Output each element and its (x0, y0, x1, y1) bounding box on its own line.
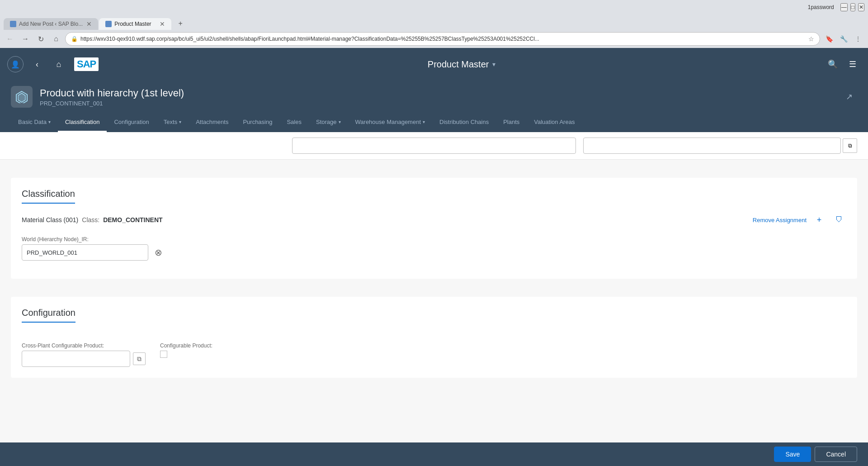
tab-valuation-areas[interactable]: Valuation Areas (527, 113, 582, 132)
tab-classification[interactable]: Classification (58, 113, 107, 132)
shell-menu-button[interactable]: ☰ (844, 56, 861, 72)
shell-search-button[interactable]: 🔍 (825, 56, 841, 72)
world-field-label: World (Hierarchy Node)_IR: (22, 236, 846, 243)
configurable-product-input-group (160, 351, 212, 358)
search-icon: 🔍 (828, 59, 838, 69)
cross-plant-input[interactable] (22, 351, 130, 367)
tab-add-new-post[interactable]: Add New Post ‹ SAP Blo... ✕ (4, 18, 98, 30)
cross-plant-expand-button[interactable]: ⧉ (133, 352, 146, 365)
share-icon: ↗ (846, 92, 853, 102)
tab-configuration-label: Configuration (114, 119, 149, 125)
configurable-product-label: Configurable Product: (160, 342, 212, 349)
extension-btn-1[interactable]: 🔖 (823, 33, 835, 45)
tab-title-1: Add New Post ‹ SAP Blo... (19, 21, 83, 27)
tab-storage-chevron-icon: ▾ (339, 119, 341, 124)
tab-plants[interactable]: Plants (496, 113, 527, 132)
top-input-right[interactable] (583, 138, 841, 154)
tab-favicon-1 (10, 21, 16, 27)
password-manager-icon[interactable]: 1password (808, 4, 834, 10)
extension-btn-2[interactable]: 🔧 (837, 33, 850, 45)
filter-button[interactable]: ⛉ (832, 213, 846, 227)
spacer-1 (0, 160, 868, 171)
classification-right: Remove Assignment + ⛉ (753, 213, 846, 227)
sap-shell-header: 👤 ‹ ⌂ SAP Product Master ▾ 🔍 ☰ (0, 48, 868, 81)
navigation-tabs: Basic Data ▾ Classification Configuratio… (0, 113, 868, 132)
tab-basic-data-label: Basic Data (18, 119, 47, 125)
app-title-chevron-icon: ▾ (492, 61, 495, 68)
new-tab-button[interactable]: + (174, 17, 187, 30)
app-title-text: Product Master (428, 59, 489, 70)
browser-addressbar: ← → ↻ ⌂ 🔒 https://wxv310-qex910.wdf.sap.… (0, 30, 868, 48)
app-title-button[interactable]: Product Master ▾ (428, 59, 496, 70)
world-field-input-group: ⊗ (22, 244, 846, 261)
configurable-product-field: Configurable Product: (160, 342, 212, 367)
configurable-product-checkbox[interactable] (160, 351, 167, 358)
close-window-button[interactable]: ✕ (858, 3, 864, 11)
refresh-button[interactable]: ↻ (34, 33, 47, 45)
browser-tabs: Add New Post ‹ SAP Blo... ✕ Product Mast… (0, 14, 868, 30)
tab-sales[interactable]: Sales (279, 113, 309, 132)
page-header-info: Product with hierarchy (1st level) PRD_C… (40, 87, 834, 107)
material-class-label: Material Class (001) (22, 216, 78, 223)
tab-close-2[interactable]: ✕ (160, 21, 165, 27)
sap-logo: SAP (74, 57, 99, 71)
tab-texts[interactable]: Texts ▾ (156, 113, 189, 132)
classification-section: Classification Material Class (001) Clas… (11, 178, 857, 279)
tab-close-1[interactable]: ✕ (86, 21, 92, 27)
url-text: https://wxv310-qex910.wdf.sap.corp/sap/b… (80, 36, 806, 42)
remove-assignment-link[interactable]: Remove Assignment (753, 217, 807, 223)
bookmark-icon[interactable]: ☆ (808, 35, 814, 43)
page-header-actions: ↗ (841, 89, 857, 105)
classification-header: Material Class (001) Class: DEMO_CONTINE… (22, 213, 846, 227)
browser-tools: 🔖 🔧 ⋮ (823, 33, 864, 45)
address-bar[interactable]: 🔒 https://wxv310-qex910.wdf.sap.corp/sap… (65, 32, 820, 46)
world-field-clear-button[interactable]: ⊗ (152, 246, 165, 259)
top-expand-btn[interactable]: ⧉ (843, 138, 857, 153)
tab-sales-label: Sales (287, 119, 302, 125)
tab-texts-label: Texts (164, 119, 177, 125)
configuration-section-title: Configuration (22, 308, 75, 323)
shell-right-actions: 🔍 ☰ (825, 56, 861, 72)
forward-button[interactable]: → (19, 33, 32, 45)
browser-menu-button[interactable]: ⋮ (852, 33, 864, 45)
tab-basic-data[interactable]: Basic Data ▾ (11, 113, 58, 132)
back-button[interactable]: ← (4, 33, 16, 45)
main-content: ⧉ Classification Material Class (001) Cl… (0, 132, 868, 421)
tab-purchasing[interactable]: Purchasing (236, 113, 279, 132)
page-header: Product with hierarchy (1st level) PRD_C… (0, 81, 868, 113)
home-button[interactable]: ⌂ (50, 33, 62, 45)
shell-home-button[interactable]: ⌂ (51, 56, 67, 72)
tab-favicon-2 (105, 21, 112, 27)
cross-plant-field: Cross-Plant Configurable Product: ⧉ (22, 342, 146, 367)
class-label: Class: (82, 216, 99, 223)
tab-warehouse-management-label: Warehouse Management (355, 119, 421, 125)
cross-plant-input-group: ⧉ (22, 351, 146, 367)
tab-storage[interactable]: Storage ▾ (309, 113, 348, 132)
tab-basic-data-chevron-icon: ▾ (48, 119, 51, 124)
page-subtitle: PRD_CONTINENT_001 (40, 100, 834, 107)
tab-attachments[interactable]: Attachments (189, 113, 236, 132)
maximize-button[interactable]: □ (850, 3, 855, 11)
tab-title-2: Product Master (114, 21, 156, 27)
tab-product-master[interactable]: Product Master ✕ (99, 18, 171, 30)
class-value: DEMO_CONTINENT (103, 216, 162, 223)
menu-icon: ☰ (849, 59, 856, 69)
expand-icon: ⧉ (848, 143, 852, 149)
configuration-title-wrap: Configuration (22, 308, 846, 332)
browser-chrome: 1password — □ ✕ Add New Post ‹ SAP Blo..… (0, 0, 868, 48)
minimize-button[interactable]: — (840, 3, 848, 11)
shell-back-button[interactable]: ‹ (29, 56, 45, 72)
tab-storage-label: Storage (316, 119, 337, 125)
tab-configuration[interactable]: Configuration (107, 113, 156, 132)
tab-distribution-chains[interactable]: Distribution Chains (432, 113, 496, 132)
tab-valuation-areas-label: Valuation Areas (534, 119, 575, 125)
page-title: Product with hierarchy (1st level) (40, 87, 834, 99)
svg-marker-1 (18, 93, 25, 102)
top-input-middle[interactable] (292, 138, 576, 154)
share-button[interactable]: ↗ (841, 89, 857, 105)
tab-warehouse-management[interactable]: Warehouse Management ▾ (348, 113, 433, 132)
add-assignment-button[interactable]: + (812, 213, 826, 227)
world-field-input[interactable] (22, 244, 148, 261)
avatar-icon: 👤 (11, 60, 20, 69)
user-avatar[interactable]: 👤 (7, 56, 24, 72)
